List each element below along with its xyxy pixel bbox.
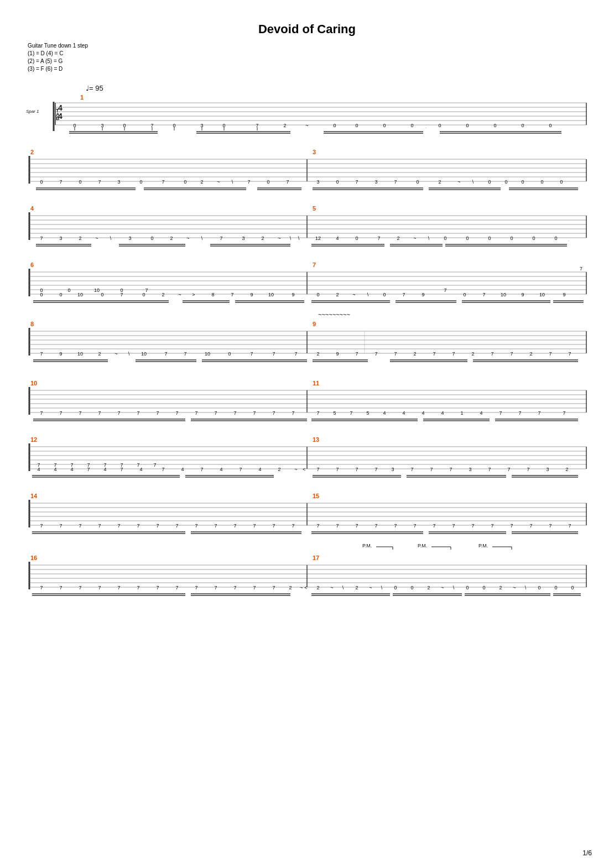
- svg-text:2: 2: [170, 236, 173, 241]
- svg-text:2: 2: [278, 467, 280, 472]
- svg-text:7: 7: [482, 292, 485, 297]
- svg-text:♩= 95: ♩= 95: [86, 84, 103, 92]
- svg-text:Spar 1: Spar 1: [26, 109, 39, 114]
- svg-text:7: 7: [272, 523, 275, 529]
- svg-text:2: 2: [529, 351, 532, 357]
- svg-text:0: 0: [355, 123, 358, 128]
- svg-text:7: 7: [580, 266, 582, 271]
- svg-text:10: 10: [141, 351, 147, 357]
- svg-text:7: 7: [394, 523, 397, 529]
- svg-text:10: 10: [501, 292, 506, 297]
- svg-text:7: 7: [272, 410, 275, 416]
- svg-text:3: 3: [59, 236, 62, 241]
- svg-text:7: 7: [59, 179, 62, 185]
- svg-text:7: 7: [286, 179, 289, 185]
- svg-text:7: 7: [538, 410, 540, 416]
- svg-text:0: 0: [466, 123, 469, 128]
- svg-text:0: 0: [184, 179, 186, 185]
- svg-text:4: 4: [422, 410, 424, 416]
- svg-text:7: 7: [214, 585, 217, 590]
- svg-text:7: 7: [233, 585, 236, 590]
- svg-text:7: 7: [374, 467, 377, 472]
- tempo-value: = 95: [89, 84, 103, 92]
- svg-text:<: <: [304, 585, 307, 590]
- svg-text:4: 4: [258, 467, 261, 472]
- svg-text:10: 10: [77, 292, 83, 297]
- svg-text:7: 7: [272, 585, 275, 590]
- tuning-line-2: (2) = A (5) = G: [28, 57, 592, 65]
- svg-text:11: 11: [313, 380, 319, 386]
- svg-text:7: 7: [568, 351, 571, 357]
- svg-text:2: 2: [316, 351, 319, 357]
- svg-text:12: 12: [315, 236, 321, 241]
- svg-text:.: .: [425, 124, 426, 129]
- svg-text:9: 9: [336, 351, 339, 357]
- svg-text:7: 7: [355, 523, 358, 529]
- svg-text:7: 7: [527, 467, 529, 472]
- svg-text:9: 9: [563, 292, 565, 297]
- svg-text:0: 0: [463, 292, 466, 297]
- svg-text:~: ~: [178, 292, 181, 297]
- svg-text:7: 7: [292, 523, 294, 529]
- svg-text:0: 0: [488, 179, 491, 185]
- svg-text:7: 7: [195, 523, 197, 529]
- svg-text:7: 7: [452, 351, 455, 357]
- svg-text:7: 7: [316, 467, 319, 472]
- svg-text:0: 0: [79, 179, 81, 185]
- svg-text:7: 7: [162, 179, 164, 185]
- svg-text:0: 0: [466, 236, 469, 241]
- svg-text:7: 7: [98, 410, 101, 416]
- svg-text:7: 7: [253, 523, 256, 529]
- system-2: 2 3 0 7 0 7 3 0 7 0 2 ~ \ 7 0 7 3 0 7 3 …: [22, 135, 592, 190]
- svg-text:8: 8: [30, 321, 34, 327]
- svg-text:P.M.: P.M.: [418, 543, 427, 548]
- svg-text:9: 9: [292, 292, 294, 297]
- svg-text:0: 0: [549, 123, 551, 128]
- svg-text:B: B: [56, 116, 60, 121]
- svg-text:5: 5: [366, 410, 369, 416]
- svg-text:7: 7: [162, 467, 164, 472]
- svg-text:9: 9: [59, 351, 62, 357]
- svg-text:P.M.: P.M.: [362, 543, 372, 548]
- svg-text:2: 2: [413, 351, 416, 357]
- svg-text:7: 7: [247, 179, 250, 185]
- svg-text:4: 4: [54, 467, 56, 472]
- svg-text:7: 7: [59, 410, 62, 416]
- svg-text:\: \: [381, 585, 383, 590]
- system-6: 10 11 7 7 7 7 7 7 7 7 7 7 7 7 7 7 7 5 7 …: [22, 366, 592, 421]
- svg-text:3: 3: [128, 236, 131, 241]
- svg-text:7: 7: [156, 523, 159, 529]
- svg-text:7: 7: [59, 585, 62, 590]
- svg-text:7: 7: [471, 523, 474, 529]
- svg-text:7: 7: [120, 467, 123, 472]
- svg-text:7: 7: [239, 467, 242, 472]
- svg-text:7: 7: [79, 523, 81, 529]
- svg-text:\: \: [472, 179, 474, 185]
- svg-text:\: \: [525, 585, 527, 590]
- svg-text:7: 7: [316, 523, 319, 529]
- svg-text:4: 4: [70, 467, 73, 472]
- svg-text:~: ~: [457, 179, 460, 185]
- svg-text:2: 2: [98, 351, 101, 357]
- svg-text:5: 5: [333, 410, 336, 416]
- svg-text:7: 7: [40, 351, 43, 357]
- svg-text:~: ~: [115, 351, 117, 357]
- piece-title: Devoid of Caring: [22, 22, 592, 36]
- svg-text:0: 0: [410, 123, 413, 128]
- svg-text:9: 9: [422, 292, 424, 297]
- svg-text:7: 7: [156, 410, 159, 416]
- svg-text:7: 7: [120, 292, 123, 297]
- svg-text:7: 7: [410, 467, 413, 472]
- svg-text:7: 7: [98, 179, 101, 185]
- svg-text:7: 7: [336, 467, 339, 472]
- svg-text:2: 2: [200, 179, 203, 185]
- svg-text:\: \: [298, 236, 300, 241]
- svg-text:2: 2: [289, 585, 292, 590]
- svg-text:7: 7: [214, 523, 217, 529]
- sheet-music-page: Devoid of Caring Guitar Tune down 1 step…: [0, 0, 614, 868]
- svg-text:7: 7: [195, 410, 197, 416]
- svg-text:7: 7: [40, 236, 43, 241]
- svg-text:\: \: [367, 292, 369, 297]
- svg-text:2: 2: [471, 351, 474, 357]
- svg-text:2: 2: [438, 179, 441, 185]
